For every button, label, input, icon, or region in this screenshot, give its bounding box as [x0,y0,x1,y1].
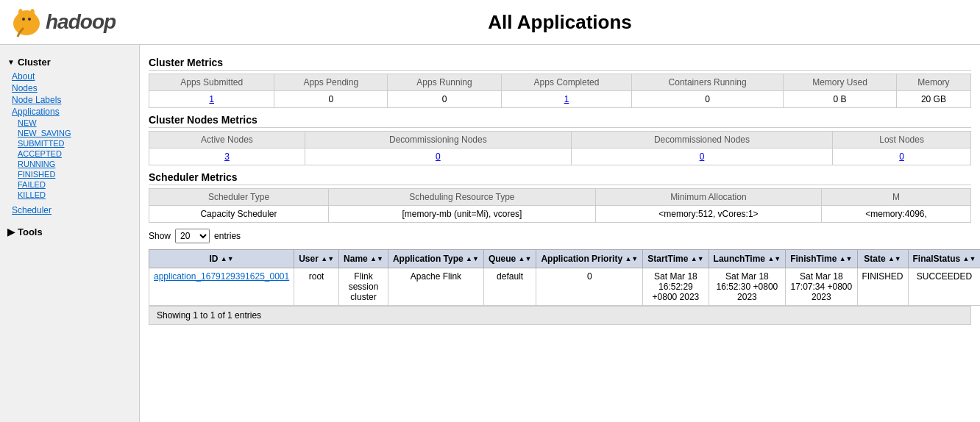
col-start-time[interactable]: StartTime ▲▼ [643,250,709,268]
sidebar-sublink-failed[interactable]: FAILED [18,179,132,190]
name-sort-icon: ▲▼ [370,256,383,262]
table-row: application_1679129391625_0001 root Flin… [149,268,981,306]
cluster-nodes-metrics-table: Active Nodes Decommissioning Nodes Decom… [149,131,971,165]
val-decommissioned-nodes[interactable]: 0 [571,149,832,165]
col-id[interactable]: ID ▲▼ [149,250,294,268]
col-queue[interactable]: Queue ▲▼ [483,250,536,268]
val-memory: 20 GB [896,91,970,108]
state-sort-icon: ▲▼ [888,256,901,262]
applications-table: ID ▲▼ User ▲▼ Name ▲▼ Application Type ▲… [149,249,980,306]
sidebar-sublink-new[interactable]: NEW [18,118,132,128]
val-memory-used: 0 B [784,91,897,108]
col-apps-running: Apps Running [388,74,502,91]
app-state-cell: FINISHED [857,268,908,306]
col-launch-time[interactable]: LaunchTime ▲▼ [709,250,786,268]
col-decommissioned-nodes: Decommissioned Nodes [571,132,832,149]
sidebar-tools-label: Tools [18,226,43,237]
launch-time-sort-icon: ▲▼ [767,256,781,262]
scheduler-metrics-table: Scheduler Type Scheduling Resource Type … [149,188,971,223]
page-title: All Applications [488,11,632,33]
val-active-nodes[interactable]: 3 [149,149,305,165]
sidebar-sublink-killed[interactable]: KILLED [18,190,132,200]
sidebar-cluster-label: Cluster [18,57,51,68]
app-start-time-cell: Sat Mar 18 16:52:29 +0800 2023 [643,268,709,306]
cluster-metrics-title: Cluster Metrics [149,57,971,71]
col-scheduler-type: Scheduler Type [149,189,329,206]
col-name[interactable]: Name ▲▼ [339,250,388,268]
sidebar-sublink-running[interactable]: RUNNING [18,159,132,169]
final-status-sort-icon: ▲▼ [963,256,976,262]
app-queue-cell: default [483,268,536,306]
sidebar-sublink-accepted[interactable]: ACCEPTED [18,149,132,159]
val-lost-nodes[interactable]: 0 [833,149,971,165]
logo-area: hadoop [0,0,140,44]
col-memory-used: Memory Used [784,74,897,91]
svg-point-6 [22,18,25,21]
queue-sort-icon: ▲▼ [519,256,532,262]
sidebar-tools-toggle[interactable]: ▶ Tools [7,222,132,240]
page-layout: ▼ Cluster About Nodes Node Labels Applic… [0,45,980,422]
val-apps-running: 0 [388,91,502,108]
table-footer: Showing 1 to 1 of 1 entries [149,306,971,325]
col-scheduling-resource-type: Scheduling Resource Type [328,189,595,206]
table-footer-text: Showing 1 to 1 of 1 entries [157,310,261,321]
sidebar-sublink-new-saving[interactable]: NEW_SAVING [18,128,132,138]
col-active-nodes: Active Nodes [149,132,305,149]
col-user[interactable]: User ▲▼ [294,250,339,268]
cluster-arrow-icon: ▼ [7,58,15,66]
sidebar-item-about[interactable]: About [7,71,132,82]
svg-point-4 [18,9,23,16]
col-decommissioning-nodes: Decommissioning Nodes [305,132,571,149]
app-launch-time-cell: Sat Mar 18 16:52:30 +0800 2023 [709,268,786,306]
col-apps-completed: Apps Completed [501,74,631,91]
col-finish-time[interactable]: FinishTime ▲▼ [786,250,857,268]
col-application-type[interactable]: Application Type ▲▼ [388,250,483,268]
sidebar-sublink-submitted[interactable]: SUBMITTED [18,138,132,149]
val-scheduling-resource-type: [memory-mb (unit=Mi), vcores] [328,206,595,223]
app-finish-time-cell: Sat Mar 18 17:07:34 +0800 2023 [786,268,857,306]
app-user-cell: root [294,268,339,306]
show-label: Show [149,231,171,241]
svg-point-7 [28,18,31,21]
col-apps-submitted: Apps Submitted [149,74,274,91]
col-application-priority[interactable]: Application Priority ▲▼ [536,250,643,268]
show-entries-control: Show 10 20 50 100 entries [149,229,971,243]
sidebar-sublink-finished[interactable]: FINISHED [18,169,132,179]
app-name-cell: Flink session cluster [339,268,388,306]
val-containers-running: 0 [632,91,784,108]
col-minimum-allocation: Minimum Allocation [595,189,821,206]
hadoop-logo-elephant [7,3,46,41]
cluster-nodes-metrics-title: Cluster Nodes Metrics [149,114,971,128]
app-id-cell[interactable]: application_1679129391625_0001 [149,268,294,306]
app-final-status-cell: SUCCEEDED [908,268,980,306]
col-apps-pending: Apps Pending [274,74,388,91]
sidebar-item-node-labels[interactable]: Node Labels [7,94,132,106]
col-final-status[interactable]: FinalStatus ▲▼ [908,250,980,268]
app-priority-cell: 0 [536,268,643,306]
val-minimum-allocation: <memory:512, vCores:1> [595,206,821,223]
sidebar-item-nodes[interactable]: Nodes [7,82,132,94]
val-apps-completed[interactable]: 1 [501,91,631,108]
app-priority-sort-icon: ▲▼ [625,256,638,262]
val-apps-submitted[interactable]: 1 [149,91,274,108]
sidebar-item-scheduler[interactable]: Scheduler [7,204,132,216]
scheduler-metrics-title: Scheduler Metrics [149,171,971,185]
entries-select[interactable]: 10 20 50 100 [175,229,210,243]
sidebar-item-applications[interactable]: Applications [7,106,132,118]
applications-submenu: NEW NEW_SAVING SUBMITTED ACCEPTED RUNNIN… [7,118,132,200]
tools-arrow-icon: ▶ [7,226,15,237]
logo-text: hadoop [46,10,116,34]
sidebar-cluster-toggle[interactable]: ▼ Cluster [7,54,132,71]
app-type-sort-icon: ▲▼ [466,256,479,262]
col-state[interactable]: State ▲▼ [857,250,908,268]
main-content: Cluster Metrics Apps Submitted Apps Pend… [140,45,980,422]
id-sort-icon: ▲▼ [221,256,234,262]
user-sort-icon: ▲▼ [321,256,334,262]
val-decommissioning-nodes[interactable]: 0 [305,149,571,165]
app-type-cell: Apache Flink [388,268,483,306]
svg-point-5 [30,9,35,16]
col-lost-nodes: Lost Nodes [833,132,971,149]
page-header: hadoop All Applications [0,0,980,45]
finish-time-sort-icon: ▲▼ [839,256,853,262]
val-apps-pending: 0 [274,91,388,108]
